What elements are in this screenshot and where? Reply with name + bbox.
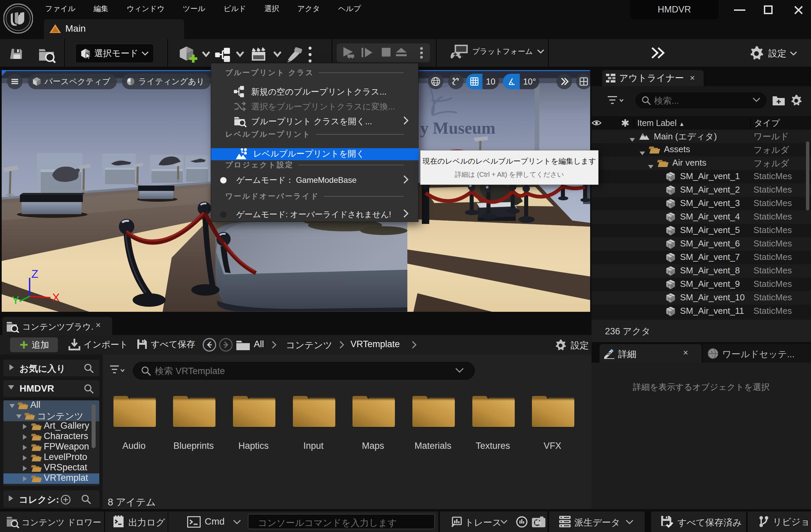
svg-text:y Museum: y Museum (420, 119, 495, 137)
svg-text:Z: Z (31, 267, 39, 280)
svg-text:Y: Y (12, 294, 19, 306)
svg-text:X: X (52, 291, 60, 304)
